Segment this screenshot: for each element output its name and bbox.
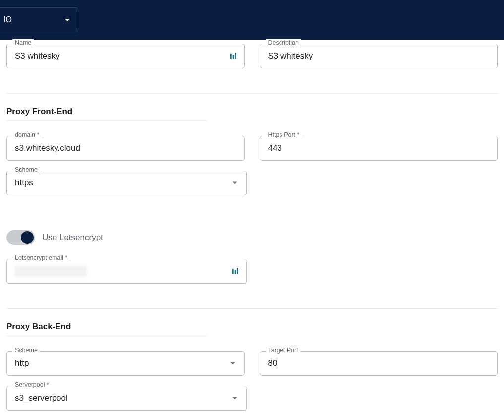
target-port-field[interactable] <box>260 351 498 376</box>
https-port-field[interactable] <box>260 136 498 161</box>
target-port-label: Target Port <box>266 347 301 354</box>
serverpool-label: Serverpool * <box>12 381 52 388</box>
frontend-scheme-label: Scheme <box>12 166 40 173</box>
serverpool-wrapper: Serverpool * s3_serverpool <box>6 386 247 411</box>
target-port-wrapper: Target Port <box>260 351 498 376</box>
password-manager-icon[interactable] <box>229 52 237 60</box>
https-port-input[interactable] <box>268 143 490 153</box>
serverpool-value: s3_serverpool <box>15 393 68 403</box>
backend-scheme-label: Scheme <box>12 347 40 354</box>
topbar-dropdown[interactable]: IO <box>0 7 78 32</box>
svg-rect-0 <box>230 54 232 59</box>
divider <box>6 93 498 94</box>
name-field[interactable] <box>6 44 245 68</box>
password-manager-icon[interactable] <box>231 267 239 275</box>
name-field-wrapper: Name <box>6 44 245 68</box>
svg-rect-3 <box>232 269 234 274</box>
letsencrypt-toggle-row: Use Letsencrypt <box>6 230 498 245</box>
description-input[interactable] <box>268 51 490 61</box>
svg-rect-4 <box>235 270 236 274</box>
letsencrypt-email-wrapper: Letsencrypt email * <box>6 259 247 284</box>
chevron-down-icon <box>232 397 237 400</box>
svg-rect-1 <box>232 55 234 59</box>
letsencrypt-toggle-label: Use Letsencrypt <box>42 233 103 242</box>
serverpool-select[interactable]: s3_serverpool <box>6 386 247 411</box>
chevron-down-icon <box>232 182 237 184</box>
letsencrypt-toggle[interactable] <box>6 230 35 245</box>
description-field-wrapper: Description <box>260 44 498 68</box>
description-field[interactable] <box>260 44 498 68</box>
row-serverpool: Serverpool * s3_serverpool <box>6 376 498 411</box>
frontend-scheme-value: https <box>15 178 33 188</box>
divider <box>6 308 498 309</box>
row-frontend-scheme: Scheme https <box>6 161 498 195</box>
letsencrypt-email-field[interactable] <box>6 259 247 284</box>
backend-scheme-wrapper: Scheme http <box>6 351 245 376</box>
target-port-input[interactable] <box>268 359 490 368</box>
https-port-label: Https Port * <box>266 131 302 138</box>
https-port-field-wrapper: Https Port * <box>260 136 498 161</box>
svg-rect-2 <box>235 53 236 59</box>
row-name-description: Name Description <box>6 34 498 68</box>
description-label: Description <box>266 39 302 46</box>
domain-input[interactable] <box>15 143 236 153</box>
section-underline <box>6 336 207 336</box>
chevron-down-icon <box>65 19 70 21</box>
backend-scheme-value: http <box>15 359 29 368</box>
domain-label: domain * <box>12 131 42 138</box>
frontend-title: Proxy Front-End <box>6 107 498 117</box>
form-content: Name Description Proxy Front-End domain … <box>0 34 504 420</box>
name-input[interactable] <box>15 51 221 61</box>
row-letsencrypt-email: Letsencrypt email * <box>6 249 498 284</box>
frontend-scheme-wrapper: Scheme https <box>6 171 247 195</box>
frontend-scheme-select[interactable]: https <box>6 171 247 195</box>
toggle-knob <box>21 231 34 244</box>
domain-field-wrapper: domain * <box>6 136 245 161</box>
domain-field[interactable] <box>6 136 245 161</box>
backend-scheme-select[interactable]: http <box>6 351 245 376</box>
svg-rect-5 <box>237 268 238 274</box>
row-backend-scheme-port: Scheme http Target Port <box>6 341 498 376</box>
backend-title: Proxy Back-End <box>6 322 498 332</box>
section-underline <box>6 120 207 121</box>
name-label: Name <box>12 39 34 46</box>
row-domain-port: domain * Https Port * <box>6 126 498 161</box>
chevron-down-icon <box>230 362 235 365</box>
topbar-dropdown-label: IO <box>0 15 12 24</box>
redacted-email <box>15 266 87 277</box>
letsencrypt-email-label: Letsencrypt email * <box>12 254 70 261</box>
